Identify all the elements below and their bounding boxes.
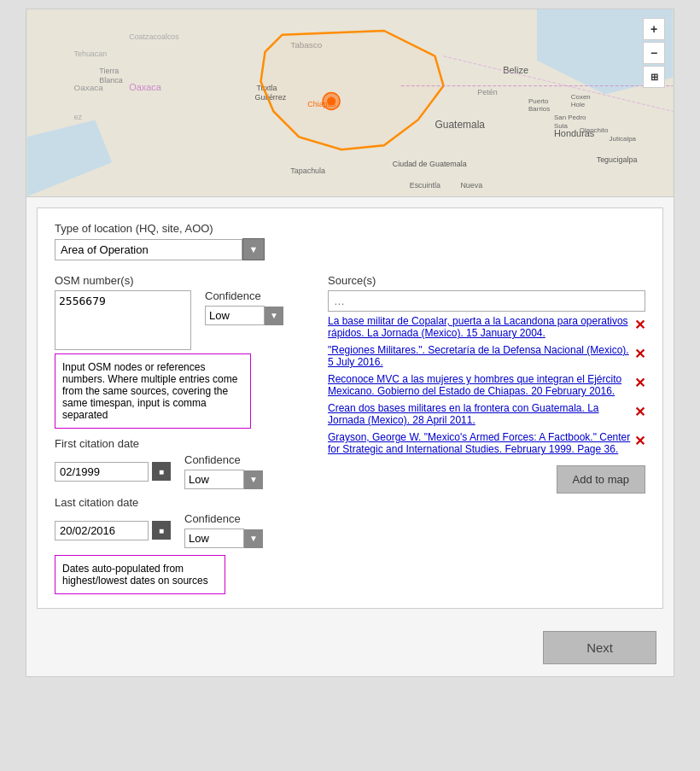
remove-source-2[interactable]: ✕: [634, 346, 645, 362]
source-item-5: Grayson, George W. "Mexico's Armed Force…: [328, 431, 645, 455]
svg-text:Oaxaca: Oaxaca: [73, 83, 103, 92]
zoom-out-button[interactable]: −: [643, 42, 665, 64]
form-section: Type of location (HQ, site, AOO) ▼ OSM n…: [37, 207, 663, 609]
osm-column: OSM number(s) 2556679: [55, 274, 191, 350]
layers-button[interactable]: ⊞: [643, 66, 665, 88]
remove-source-5[interactable]: ✕: [634, 433, 645, 449]
last-conf-label: Confidence: [184, 512, 263, 525]
source-item-1: La base militar de Copalar, puerta a la …: [328, 315, 645, 339]
source-link-1[interactable]: La base militar de Copalar, puerta a la …: [328, 315, 631, 339]
location-type-label: Type of location (HQ, site, AOO): [55, 222, 645, 235]
source-item-2: "Regiones Militares.". Secretaría de la …: [328, 344, 645, 368]
last-date-row: ■: [55, 521, 171, 540]
first-citation-label: First citation date: [55, 437, 311, 450]
last-citation-calendar-button[interactable]: ■: [152, 521, 171, 540]
remove-source-4[interactable]: ✕: [634, 404, 645, 420]
first-citation-group: First citation date ■ Confidence ▼: [55, 437, 311, 489]
sources-column: Source(s) La base militar de Copalar, pu…: [328, 274, 645, 494]
confidence-dropdown-arrow[interactable]: ▼: [265, 307, 283, 325]
last-conf-arrow[interactable]: ▼: [244, 529, 263, 548]
last-conf-wrapper: ▼: [184, 529, 263, 548]
svg-text:San Pedro: San Pedro: [554, 114, 586, 121]
svg-text:Petén: Petén: [477, 88, 497, 96]
first-conf-wrapper: ▼: [184, 470, 263, 489]
svg-text:Coxen: Coxen: [571, 93, 591, 101]
svg-text:Juticalpa: Juticalpa: [610, 135, 637, 143]
osm-input[interactable]: 2556679: [55, 290, 191, 350]
svg-text:Oaxaca: Oaxaca: [129, 82, 162, 92]
location-type-row: Type of location (HQ, site, AOO) ▼: [55, 222, 645, 260]
map-controls: + − ⊞: [643, 18, 665, 88]
svg-text:Barrios: Barrios: [528, 105, 550, 113]
dates-tooltip-text: Dates auto-populated from highest/lowest…: [62, 563, 208, 587]
osm-conf-row: OSM number(s) 2556679 Confidence ▼: [55, 274, 311, 350]
next-button[interactable]: Next: [543, 631, 656, 664]
svg-text:Escuintla: Escuintla: [410, 181, 440, 190]
location-type-dropdown-arrow[interactable]: ▼: [242, 238, 265, 260]
first-citation-input[interactable]: [55, 462, 149, 482]
source-link-5[interactable]: Grayson, George W. "Mexico's Armed Force…: [328, 431, 631, 455]
first-conf-label: Confidence: [184, 453, 263, 466]
last-citation-input[interactable]: [55, 521, 149, 540]
first-conf-arrow[interactable]: ▼: [244, 470, 263, 489]
sources-list: La base militar de Copalar, puerta a la …: [328, 315, 645, 455]
main-container: Tehuacan Coatzacoalcos Tierra Blanca Oax…: [26, 9, 674, 677]
last-confidence-select[interactable]: [184, 529, 244, 548]
confidence-select[interactable]: [205, 306, 265, 325]
svg-text:Tehuacan: Tehuacan: [73, 50, 107, 58]
last-citation-group: Last citation date ■ Confidence ▼: [55, 496, 311, 548]
first-confidence-select[interactable]: [184, 470, 244, 489]
confidence-select-wrapper: ▼: [205, 306, 283, 325]
location-type-input[interactable]: [55, 239, 242, 260]
svg-text:Chiapas: Chiapas: [307, 100, 335, 108]
svg-text:Tapachula: Tapachula: [290, 166, 325, 175]
svg-text:Ciudad de Guatemala: Ciudad de Guatemala: [393, 160, 467, 168]
osm-tooltip: Input OSM nodes or references numbers. W…: [55, 353, 251, 429]
dates-tooltip: Dates auto-populated from highest/lowest…: [55, 555, 225, 594]
source-link-4[interactable]: Crean dos bases militares en la frontera…: [328, 402, 631, 426]
svg-text:Tegucigalpa: Tegucigalpa: [597, 155, 638, 164]
add-to-map-button[interactable]: Add to map: [557, 465, 646, 494]
bottom-bar: Next: [26, 619, 674, 676]
confidence-column: Confidence ▼: [205, 289, 283, 325]
source-link-3[interactable]: Reconoce MVC a las mujeres y hombres que…: [328, 373, 631, 397]
svg-text:Hole: Hole: [571, 101, 586, 108]
map-section: Tehuacan Coatzacoalcos Tierra Blanca Oax…: [26, 9, 674, 197]
zoom-in-button[interactable]: +: [643, 18, 665, 40]
osm-label: OSM number(s): [55, 274, 191, 287]
first-date-row: ■: [55, 462, 171, 482]
last-citation-label: Last citation date: [55, 496, 311, 509]
svg-text:Puerto: Puerto: [528, 97, 549, 105]
first-conf-group: Confidence ▼: [184, 453, 263, 489]
svg-text:Guatemala: Guatemala: [435, 119, 486, 131]
svg-text:Coatzacoalcos: Coatzacoalcos: [129, 32, 179, 41]
last-conf-group: Confidence ▼: [184, 512, 263, 548]
source-item-3: Reconoce MVC a las mujeres y hombres que…: [328, 373, 645, 397]
svg-text:Sula: Sula: [554, 122, 568, 130]
source-item-4: Crean dos bases militares en la frontera…: [328, 402, 645, 426]
remove-source-1[interactable]: ✕: [634, 317, 645, 333]
osm-tooltip-text: Input OSM nodes or references numbers. W…: [62, 361, 237, 421]
svg-text:ez: ez: [73, 113, 82, 121]
add-to-map-row: Add to map: [328, 465, 645, 494]
sources-label: Source(s): [328, 274, 645, 287]
confidence-label: Confidence: [205, 289, 283, 302]
svg-text:Olanchito: Olanchito: [580, 126, 609, 134]
svg-text:Tierra: Tierra: [99, 67, 119, 75]
svg-text:Nueva: Nueva: [460, 181, 482, 190]
sources-search-input[interactable]: [328, 290, 645, 312]
remove-source-3[interactable]: ✕: [634, 375, 645, 391]
location-type-select-wrapper: ▼: [55, 238, 645, 260]
first-citation-calendar-button[interactable]: ■: [152, 462, 171, 481]
source-link-2[interactable]: "Regiones Militares.". Secretaría de la …: [328, 344, 631, 368]
